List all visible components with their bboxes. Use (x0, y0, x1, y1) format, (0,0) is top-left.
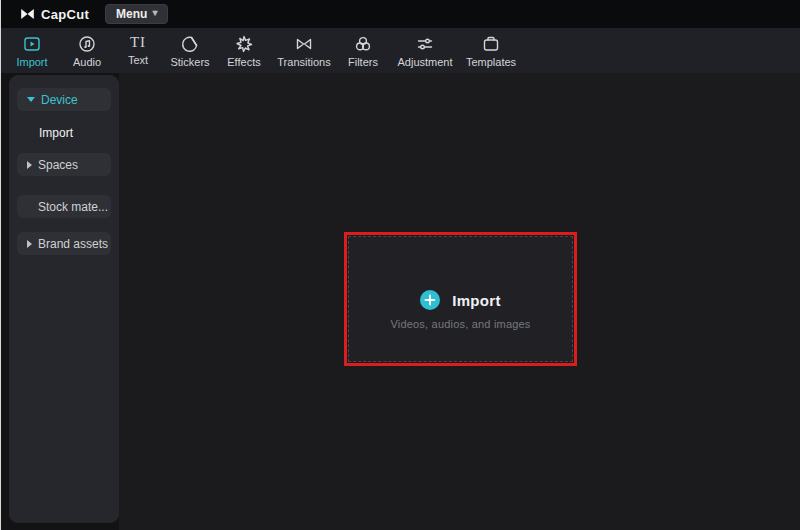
sidebar-item-import[interactable]: Import (39, 126, 73, 140)
sidebar-item-stock-materials[interactable]: Stock mate... (17, 195, 111, 218)
sidebar-item-label: Spaces (38, 158, 78, 172)
capcut-logo-icon (19, 7, 36, 21)
audio-icon (77, 34, 97, 54)
red-highlight-box: Import Videos, audios, and images (344, 232, 577, 366)
tab-label: Filters (348, 56, 378, 68)
filters-icon (353, 34, 373, 54)
tab-label: Transitions (277, 56, 330, 68)
tab-label: Audio (73, 56, 101, 68)
menu-button[interactable]: Menu ▾ (105, 4, 168, 24)
tab-adjustment[interactable]: Adjustment (387, 32, 463, 72)
sidebar-item-label: Device (41, 93, 78, 107)
sidebar-item-label: Import (39, 126, 73, 140)
plus-icon (420, 290, 440, 310)
chevron-down-icon: ▾ (152, 8, 157, 18)
sidebar-item-label: Brand assets (38, 237, 108, 251)
adjustment-icon (415, 34, 435, 54)
title-bar: CapCut Menu ▾ (1, 0, 800, 28)
import-icon (22, 34, 42, 54)
stickers-icon (180, 34, 200, 54)
tab-templates[interactable]: Templates (453, 32, 529, 72)
import-dropzone[interactable]: Import Videos, audios, and images (348, 236, 573, 362)
capcut-window: CapCut Menu ▾ Import Audio TI (0, 0, 800, 530)
transitions-icon (294, 34, 314, 54)
sidebar-item-device[interactable]: Device (17, 88, 111, 111)
tab-label: Import (16, 56, 47, 68)
tab-label: Stickers (170, 56, 209, 68)
tab-label: Text (128, 54, 148, 66)
text-icon: TI (130, 32, 146, 52)
tab-label: Templates (466, 56, 516, 68)
caret-down-icon (27, 97, 35, 102)
effects-icon (234, 34, 254, 54)
logo-text: CapCut (41, 7, 89, 22)
caret-right-icon (27, 161, 32, 169)
sidebar-item-label: Stock mate... (38, 200, 108, 214)
dropzone-subtitle: Videos, audios, and images (390, 318, 530, 330)
tab-label: Adjustment (397, 56, 452, 68)
templates-icon (481, 34, 501, 54)
tab-label: Effects (227, 56, 260, 68)
menu-button-label: Menu (116, 7, 147, 21)
import-row: Import (420, 290, 500, 310)
sidebar-item-brand-assets[interactable]: Brand assets (17, 232, 111, 255)
sidebar-item-spaces[interactable]: Spaces (17, 153, 111, 176)
dropzone-title: Import (452, 292, 500, 309)
media-sidebar: Device Import Spaces Stock mate... Brand… (9, 75, 119, 523)
feature-tab-bar: Import Audio TI Text Stickers (1, 28, 800, 73)
capcut-logo: CapCut (19, 7, 89, 22)
caret-right-icon (27, 240, 32, 248)
